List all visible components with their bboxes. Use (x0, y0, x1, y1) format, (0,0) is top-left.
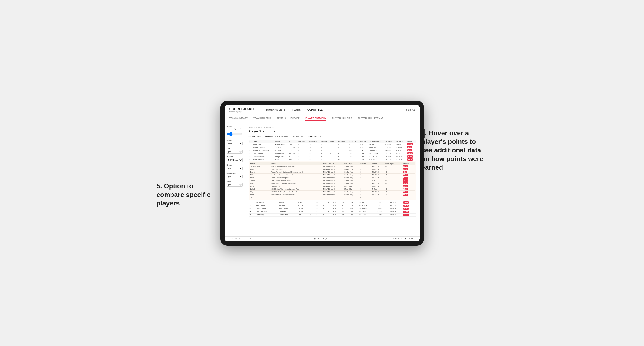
toolbar-more[interactable]: ··· (246, 238, 248, 240)
col-to-par: Avg to-Par (348, 140, 360, 143)
table-cell: 38-38-2 (389, 210, 402, 213)
subnav-team-summary[interactable]: TEAM SUMMARY (230, 117, 248, 121)
table-cell: 533-57-16 (368, 155, 384, 158)
table-cell: 1 (326, 213, 332, 216)
subnav-player-h2h-grid[interactable]: PLAYER H2H GRID (332, 117, 352, 121)
event-points-cell: 56.18 (402, 190, 415, 193)
col-school: School (274, 140, 288, 143)
table-cell: 18 (308, 149, 320, 152)
table-cell: 0 (322, 213, 326, 216)
sidebar-no-rds-max[interactable] (234, 128, 241, 131)
points-cell[interactable]: 38.49 (402, 213, 416, 216)
event-cell: Fallen Oak Collegiate Invitational (270, 182, 322, 185)
table-cell: Second (288, 146, 297, 149)
toolbar-download[interactable]: ⬇ (405, 238, 406, 240)
table-cell: Luke Clanton (252, 152, 274, 155)
table-row[interactable]: 23Jack LundinMissouriFourth11240168.5-2.… (248, 204, 416, 207)
table-cell: 1.47 (360, 149, 368, 152)
event-cell: +0 (384, 168, 402, 171)
share-btn[interactable]: ↗ Share (409, 238, 416, 240)
sidebar-no-rds-range[interactable] (226, 132, 243, 136)
points-cell[interactable]: 76.3 (406, 146, 416, 149)
nav-committee[interactable]: COMMITTEE (308, 108, 323, 111)
toolbar-copy[interactable]: ⧉ (239, 238, 240, 240)
table-row[interactable]: 1Wenyi DingArizona StateFirst1151167.1-3… (248, 143, 416, 146)
sidebar: No Rds. Gender Men Ye (225, 123, 245, 236)
toolbar-settings[interactable]: ⚙ (235, 238, 237, 240)
event-cell: NCAA Division I (322, 185, 344, 187)
subnav-player-summary[interactable]: PLAYER SUMMARY (305, 117, 326, 121)
table-cell: 1 (320, 143, 330, 146)
table-row[interactable]: 22Ian GilliganFloridaThird10241068.7-0.8… (248, 201, 416, 204)
table-cell: Missouri (278, 204, 297, 207)
points-cell[interactable]: 40.02 (402, 207, 416, 210)
sidebar-gender-select[interactable]: Men (226, 142, 243, 145)
table-cell: 68.7 (336, 149, 348, 152)
subnav-team-h2h-grid[interactable]: TEAM H2H GRID (253, 117, 271, 121)
table-row[interactable]: 6Jackson KolsonAuburnFirst2271267.5-22.7… (248, 158, 416, 161)
points-cell[interactable]: 68.54 (406, 152, 416, 155)
sidebar-division-select[interactable]: NCAA Division I (226, 158, 243, 162)
table-cell: 50-16-8 (395, 158, 406, 161)
filter-gender-label: Gender: (248, 135, 256, 137)
table-cell: 1 (330, 143, 336, 146)
event-row: TigerSEC Stroke Play hosted by Jerry Pat… (250, 190, 415, 193)
table-cell: 23 (248, 204, 255, 207)
subnav-player-h2h-heatmap[interactable]: PLAYER H2H HEATMAP (358, 117, 384, 121)
points-cell[interactable]: 48.27 (402, 204, 416, 207)
event-cell: NCAA Division I (322, 173, 344, 176)
points-cell[interactable]: 70.2 (406, 149, 416, 152)
points-cell[interactable]: 88.18 (406, 158, 416, 161)
table-cell: 68.7 (332, 201, 340, 204)
sub-col-header: Event (270, 162, 322, 165)
points-badge: 38.49 (403, 214, 409, 216)
event-cell: +1 (384, 182, 402, 185)
sign-out-link[interactable]: Sign out (406, 108, 415, 111)
table-row[interactable]: 26Petr HrubyWashingtonFifth7230168.6-1.8… (248, 213, 416, 216)
event-cell (371, 196, 384, 199)
toolbar-center[interactable]: ⊞ View: Original (314, 238, 330, 240)
nav-tournaments[interactable]: TOURNAMENTS (266, 108, 285, 111)
toolbar-undo[interactable]: ↩ (228, 238, 230, 240)
event-cell: Wake Forest Invitational at Pinehurst No… (270, 171, 322, 173)
sidebar-conference-label: Conference (226, 173, 243, 174)
event-cell: 1 (384, 185, 402, 187)
nav-teams[interactable]: TEAMS (292, 108, 301, 111)
watch-btn[interactable]: 👁 Watch ▾ (393, 238, 402, 240)
event-cell: 3 (360, 165, 371, 168)
table-cell: 61-20-2 (395, 155, 406, 158)
toolbar-time[interactable]: ⏱ (249, 238, 251, 240)
table-row[interactable]: 5Christo LamprechtGeorgia TechFourth2212… (248, 155, 416, 158)
table-cell: 26-27-2 (389, 204, 402, 207)
subnav-team-h2h-heatmap[interactable]: TEAM H2H HEATMAP (277, 117, 300, 121)
table-row[interactable]: 25Cole SherwoodVanderbiltFourth12231068.… (248, 210, 416, 213)
table-row[interactable]: 2Michael La SassoOle MissSecond1180167.1… (248, 146, 416, 149)
table-cell: 1 (248, 143, 252, 146)
table-row[interactable]: 3Michael ThorbjornsenStanfordFourth11801… (248, 149, 416, 152)
sidebar-no-rds-min[interactable] (226, 128, 233, 131)
points-cell[interactable]: 88.22 (406, 143, 416, 146)
table-cell: Georgia Tech (274, 155, 288, 158)
points-cell[interactable]: 48.68 (402, 201, 416, 204)
sidebar-conference-select[interactable]: (All) (226, 175, 243, 178)
points-cell[interactable]: 80.69 (406, 155, 416, 158)
table-cell: 24 (248, 207, 255, 210)
table-cell: 1 (326, 204, 332, 207)
event-cell: PLAYED (371, 176, 384, 179)
sub-col-header: Rounds (360, 162, 371, 165)
points-cell[interactable]: 39.95 (402, 210, 416, 213)
event-cell: Mutti (250, 193, 270, 196)
logo-sub: Powered by clippi (230, 111, 254, 112)
table-row[interactable]: 24Bastien AmatNew MexicoFourth1272169.4-… (248, 207, 416, 210)
sidebar-player-select[interactable]: (All) (226, 183, 243, 186)
toolbar-redo[interactable]: ↪ (232, 238, 233, 240)
watch-label: Watch (396, 238, 401, 240)
event-points-cell: 66.40 (402, 193, 415, 196)
table-row[interactable]: 4Luke ClantonFlorida StateSecond5272068.… (248, 152, 416, 155)
event-cell: Tachi (250, 196, 270, 199)
content-area: Update time: 27/01/2024 16:56:26 Player … (245, 123, 420, 236)
sidebar-region-select[interactable]: N/A (226, 167, 243, 170)
sidebar-year-select[interactable]: (All) (226, 150, 243, 154)
table-cell: 1 (322, 201, 326, 204)
event-cell (322, 196, 344, 199)
